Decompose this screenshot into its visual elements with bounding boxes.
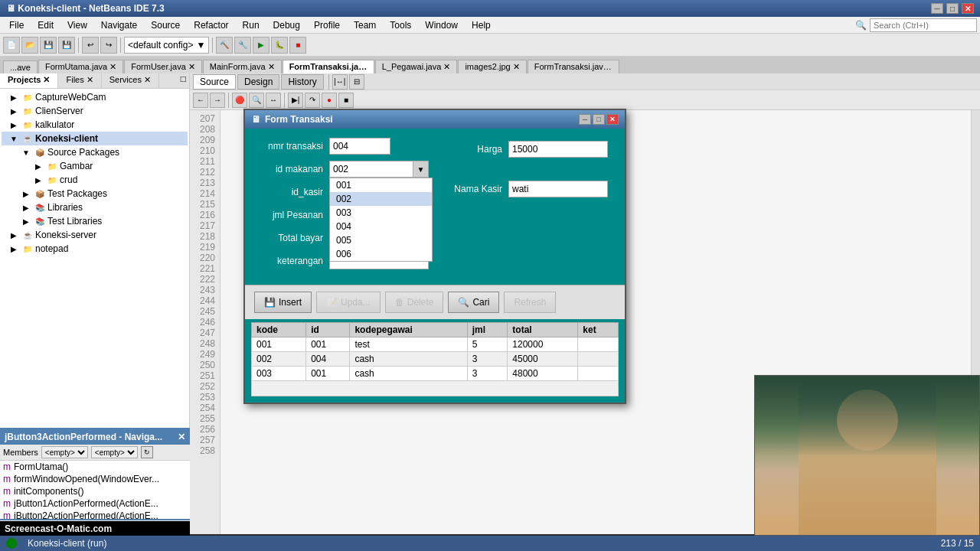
menu-refactor[interactable]: Refactor — [188, 18, 234, 32]
undo-button[interactable]: ↩ — [82, 37, 99, 54]
table-row[interactable]: 002 004 cash 3 45000 — [252, 352, 619, 367]
member-item[interactable]: m FormUtama() — [0, 461, 190, 473]
build-button[interactable]: 🔨 — [216, 37, 233, 54]
menu-help[interactable]: Help — [466, 18, 497, 32]
maximize-button[interactable]: □ — [946, 3, 959, 14]
tab-formtransaksi2[interactable]: FormTransaksi.java... ✕ — [528, 60, 619, 73]
tab-source[interactable]: Source — [193, 74, 236, 90]
menu-navigate[interactable]: Navigate — [95, 18, 143, 32]
et-replace[interactable]: ↔ — [266, 93, 281, 108]
editor-split-btn[interactable]: ⊟ — [349, 74, 364, 90]
tree-item-gambar[interactable]: ▶ 📁 Gambar — [2, 159, 188, 173]
et-run-to-cursor[interactable]: ▶| — [288, 93, 303, 108]
menu-team[interactable]: Team — [348, 18, 382, 32]
menu-debug[interactable]: Debug — [267, 18, 306, 32]
et-toggle-bkpt[interactable]: 🔴 — [232, 93, 247, 108]
config-dropdown[interactable]: <default config> ▼ — [124, 37, 209, 54]
tree-item-capturewebcam[interactable]: ▶ 📁 CaptureWebCam — [2, 90, 188, 104]
update-button[interactable]: 📝 Upda... — [316, 292, 381, 313]
form-close-btn[interactable]: ✕ — [606, 114, 619, 125]
et-step-over[interactable]: ↷ — [305, 93, 320, 108]
tree-item-kalkulator[interactable]: ▶ 📁 kalkulator — [2, 118, 188, 132]
tab-formutama[interactable]: FormUtama.java ✕ — [38, 60, 123, 73]
menu-file[interactable]: File — [3, 18, 30, 32]
tree-item-notepad[interactable]: ▶ 📁 notepad — [2, 242, 188, 256]
dd-option-004[interactable]: 004 — [330, 220, 432, 233]
nmr-transaksi-input[interactable] — [329, 138, 390, 155]
tab-lpegawai[interactable]: L_Pegawai.java ✕ — [375, 60, 458, 73]
refresh-button[interactable]: Refresh — [504, 292, 556, 313]
dd-option-002[interactable]: 002 — [330, 192, 432, 206]
et-back[interactable]: ← — [193, 93, 208, 108]
save-all-button[interactable]: 💾 — [58, 37, 75, 54]
dd-option-005[interactable]: 005 — [330, 233, 432, 247]
cell-ket — [578, 352, 619, 367]
dd-option-001[interactable]: 001 — [330, 178, 432, 192]
menu-view[interactable]: View — [61, 18, 93, 32]
member-item[interactable]: m initComponents() — [0, 485, 190, 497]
nama-kasir-input[interactable] — [508, 181, 608, 197]
form-maximize-btn[interactable]: □ — [593, 114, 605, 125]
dd-option-003[interactable]: 003 — [330, 206, 432, 220]
et-find[interactable]: 🔍 — [249, 93, 264, 108]
cell-jml: 3 — [467, 352, 508, 367]
menu-source[interactable]: Source — [145, 18, 186, 32]
tab-design[interactable]: Design — [237, 74, 279, 90]
tab-ave[interactable]: ...ave — [3, 60, 38, 73]
tree-item-clienserver[interactable]: ▶ 📁 ClienServer — [2, 104, 188, 118]
tree-item-koneksi-server[interactable]: ▶ ☕ Koneksi-server — [2, 228, 188, 242]
panel-tab-files[interactable]: Files ✕ — [58, 73, 101, 88]
debug-button[interactable]: 🐛 — [271, 37, 288, 54]
tree-item-libraries[interactable]: ▶ 📚 Libraries — [2, 201, 188, 214]
minimize-button[interactable]: ─ — [931, 3, 943, 14]
open-button[interactable]: 📂 — [21, 37, 38, 54]
members-close-btn[interactable]: ✕ — [178, 432, 185, 442]
member-item[interactable]: m jButton1ActionPerformed(ActionE... — [0, 497, 190, 510]
tab-images2[interactable]: images2.jpg ✕ — [458, 60, 526, 73]
tree-item-test-libraries[interactable]: ▶ 📚 Test Libraries — [2, 214, 188, 228]
table-row[interactable]: 003 001 cash 3 48000 — [252, 367, 619, 381]
form-minimize-btn[interactable]: ─ — [579, 114, 591, 125]
tab-formuser[interactable]: FormUser.java ✕ — [124, 60, 202, 73]
panel-tab-services[interactable]: Services ✕ — [102, 73, 159, 88]
menu-tools[interactable]: Tools — [384, 18, 417, 32]
stop-button[interactable]: ■ — [289, 37, 306, 54]
menu-edit[interactable]: Edit — [31, 18, 60, 32]
tree-item-test-packages[interactable]: ▶ 📦 Test Packages — [2, 187, 188, 201]
dd-option-006[interactable]: 006 — [330, 247, 432, 261]
close-button[interactable]: ✕ — [962, 3, 974, 14]
tab-mainform[interactable]: MainForm.java ✕ — [203, 60, 282, 73]
tree-item-crud[interactable]: ▶ 📁 crud — [2, 173, 188, 187]
id-makanan-dropdown-btn[interactable]: ▼ — [413, 161, 429, 178]
table-row[interactable]: 001 001 test 5 120000 — [252, 337, 619, 352]
panel-minimize-button[interactable]: □ — [178, 73, 189, 88]
toolbar: 📄 📂 💾 💾 ↩ ↪ <default config> ▼ 🔨 🔧 ▶ 🐛 ■ — [0, 34, 980, 57]
search-input[interactable] — [870, 18, 977, 32]
save-button[interactable]: 💾 — [40, 37, 57, 54]
tree-item-koneksi-client[interactable]: ▼ ☕ Koneksi-client — [2, 132, 188, 145]
menu-run[interactable]: Run — [237, 18, 266, 32]
members-sort-select[interactable]: <empty> — [91, 446, 138, 458]
et-rec[interactable]: ● — [322, 93, 337, 108]
id-makanan-input[interactable] — [329, 161, 413, 178]
editor-toggle-btn[interactable]: |↔| — [332, 74, 348, 90]
new-project-button[interactable]: 📄 — [3, 37, 20, 54]
harga-input[interactable] — [508, 141, 608, 158]
members-refresh-btn[interactable]: ↻ — [141, 446, 153, 458]
run-button[interactable]: ▶ — [253, 37, 270, 54]
menu-window[interactable]: Window — [419, 18, 464, 32]
members-filter-select[interactable]: <empty> — [41, 446, 88, 458]
menu-profile[interactable]: Profile — [308, 18, 346, 32]
cari-button[interactable]: 🔍 Cari — [448, 292, 499, 313]
tab-formtransaksi[interactable]: FormTransaksi.java ✕ — [283, 60, 374, 73]
et-stop-macro[interactable]: ■ — [338, 93, 354, 108]
delete-button[interactable]: 🗑 Delete — [385, 292, 444, 313]
tab-history[interactable]: History — [281, 74, 323, 90]
insert-button[interactable]: 💾 Insert — [254, 292, 312, 313]
panel-tab-projects[interactable]: Projects ✕ — [0, 73, 58, 88]
et-forward[interactable]: → — [210, 93, 225, 108]
redo-button[interactable]: ↪ — [100, 37, 117, 54]
member-item[interactable]: m formWindowOpened(WindowEver... — [0, 473, 190, 485]
tree-item-source-packages[interactable]: ▼ 📦 Source Packages — [2, 145, 188, 159]
clean-build-button[interactable]: 🔧 — [234, 37, 251, 54]
